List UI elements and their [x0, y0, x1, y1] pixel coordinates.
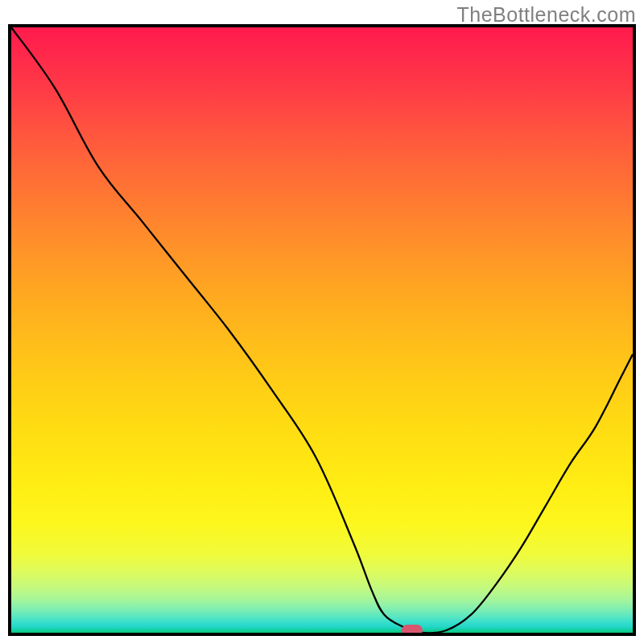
optimum-marker — [402, 625, 423, 636]
plot-area — [8, 24, 636, 636]
chart-container: TheBottleneck.com — [0, 0, 644, 644]
watermark-text: TheBottleneck.com — [457, 3, 637, 27]
bottleneck-curve — [11, 27, 633, 633]
